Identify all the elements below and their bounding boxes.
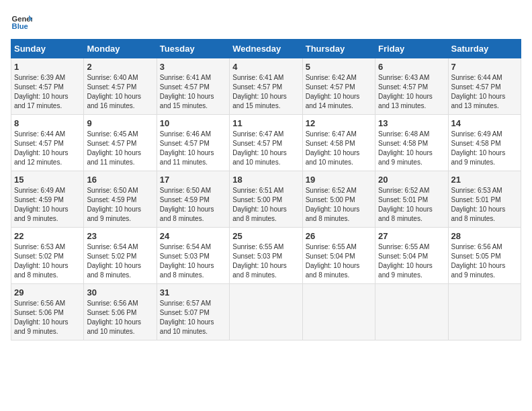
calendar-table: SundayMondayTuesdayWednesdayThursdayFrid… (11, 39, 521, 340)
calendar-day-23: 23 Sunrise: 6:54 AM Sunset: 5:02 PM Dayl… (84, 228, 157, 284)
day-number: 17 (160, 175, 226, 185)
calendar-day-8: 8 Sunrise: 6:44 AM Sunset: 4:57 PM Dayli… (11, 115, 84, 171)
calendar-day-28: 28 Sunrise: 6:56 AM Sunset: 5:05 PM Dayl… (448, 228, 521, 284)
day-number: 2 (87, 62, 153, 72)
calendar-day-10: 10 Sunrise: 6:46 AM Sunset: 4:57 PM Dayl… (157, 115, 229, 171)
day-info: Sunrise: 6:43 AM Sunset: 4:57 PM Dayligh… (378, 73, 445, 111)
day-info: Sunrise: 6:49 AM Sunset: 4:59 PM Dayligh… (14, 186, 81, 224)
day-info: Sunrise: 6:57 AM Sunset: 5:07 PM Dayligh… (160, 299, 226, 336)
calendar-day-1: 1 Sunrise: 6:39 AM Sunset: 4:57 PM Dayli… (11, 58, 84, 115)
day-number: 6 (378, 62, 445, 72)
day-number: 25 (232, 231, 299, 241)
day-number: 20 (378, 175, 445, 185)
day-info: Sunrise: 6:48 AM Sunset: 4:58 PM Dayligh… (378, 130, 445, 167)
calendar-day-12: 12 Sunrise: 6:47 AM Sunset: 4:58 PM Dayl… (302, 115, 375, 171)
calendar-day-25: 25 Sunrise: 6:55 AM Sunset: 5:03 PM Dayl… (230, 228, 302, 284)
day-number: 22 (14, 231, 81, 241)
calendar-day-13: 13 Sunrise: 6:48 AM Sunset: 4:58 PM Dayl… (375, 115, 448, 171)
day-info: Sunrise: 6:54 AM Sunset: 5:03 PM Dayligh… (160, 242, 226, 280)
day-number: 12 (306, 118, 372, 128)
calendar-day-19: 19 Sunrise: 6:52 AM Sunset: 5:00 PM Dayl… (302, 171, 375, 228)
day-info: Sunrise: 6:45 AM Sunset: 4:57 PM Dayligh… (87, 130, 153, 167)
day-number: 11 (232, 118, 299, 128)
calendar-day-15: 15 Sunrise: 6:49 AM Sunset: 4:59 PM Dayl… (11, 171, 84, 228)
day-number: 4 (232, 62, 299, 72)
day-info: Sunrise: 6:44 AM Sunset: 4:57 PM Dayligh… (14, 130, 81, 167)
day-number: 5 (306, 62, 372, 72)
day-number: 16 (87, 175, 153, 185)
day-info: Sunrise: 6:54 AM Sunset: 5:02 PM Dayligh… (87, 242, 153, 280)
calendar-empty (448, 284, 521, 340)
day-number: 19 (306, 175, 372, 185)
logo: General Blue (11, 11, 35, 32)
day-info: Sunrise: 6:56 AM Sunset: 5:05 PM Dayligh… (451, 242, 518, 280)
header-monday: Monday (84, 40, 157, 58)
calendar-day-26: 26 Sunrise: 6:55 AM Sunset: 5:04 PM Dayl… (302, 228, 375, 284)
calendar-day-29: 29 Sunrise: 6:56 AM Sunset: 5:06 PM Dayl… (11, 284, 84, 340)
day-info: Sunrise: 6:39 AM Sunset: 4:57 PM Dayligh… (14, 73, 81, 111)
day-number: 10 (160, 118, 226, 128)
day-info: Sunrise: 6:41 AM Sunset: 4:57 PM Dayligh… (160, 73, 226, 111)
calendar-week-5: 29 Sunrise: 6:56 AM Sunset: 5:06 PM Dayl… (11, 284, 521, 340)
day-number: 8 (14, 118, 81, 128)
header-friday: Friday (375, 40, 448, 58)
day-info: Sunrise: 6:53 AM Sunset: 5:01 PM Dayligh… (451, 186, 518, 224)
day-number: 29 (14, 287, 81, 298)
header-tuesday: Tuesday (157, 40, 229, 58)
svg-text:Blue: Blue (12, 22, 28, 30)
day-info: Sunrise: 6:52 AM Sunset: 5:00 PM Dayligh… (306, 186, 372, 224)
calendar-day-14: 14 Sunrise: 6:49 AM Sunset: 4:58 PM Dayl… (448, 115, 521, 171)
day-number: 13 (378, 118, 445, 128)
day-number: 15 (14, 175, 81, 185)
day-number: 31 (160, 287, 226, 298)
day-info: Sunrise: 6:42 AM Sunset: 4:57 PM Dayligh… (306, 73, 372, 111)
calendar-week-3: 15 Sunrise: 6:49 AM Sunset: 4:59 PM Dayl… (11, 171, 521, 228)
header-thursday: Thursday (302, 40, 375, 58)
calendar-day-2: 2 Sunrise: 6:40 AM Sunset: 4:57 PM Dayli… (84, 58, 157, 115)
day-info: Sunrise: 6:53 AM Sunset: 5:02 PM Dayligh… (14, 242, 81, 280)
calendar-empty (375, 284, 448, 340)
page-header: General Blue (11, 11, 521, 32)
day-info: Sunrise: 6:44 AM Sunset: 4:57 PM Dayligh… (451, 73, 518, 111)
calendar-day-3: 3 Sunrise: 6:41 AM Sunset: 4:57 PM Dayli… (157, 58, 229, 115)
day-info: Sunrise: 6:41 AM Sunset: 4:57 PM Dayligh… (232, 73, 299, 111)
day-info: Sunrise: 6:50 AM Sunset: 4:59 PM Dayligh… (160, 186, 226, 224)
day-number: 26 (306, 231, 372, 241)
day-number: 21 (451, 175, 518, 185)
day-number: 9 (87, 118, 153, 128)
day-info: Sunrise: 6:55 AM Sunset: 5:03 PM Dayligh… (232, 242, 299, 280)
calendar-day-6: 6 Sunrise: 6:43 AM Sunset: 4:57 PM Dayli… (375, 58, 448, 115)
calendar-day-17: 17 Sunrise: 6:50 AM Sunset: 4:59 PM Dayl… (157, 171, 229, 228)
calendar-day-5: 5 Sunrise: 6:42 AM Sunset: 4:57 PM Dayli… (302, 58, 375, 115)
calendar-day-21: 21 Sunrise: 6:53 AM Sunset: 5:01 PM Dayl… (448, 171, 521, 228)
calendar-day-22: 22 Sunrise: 6:53 AM Sunset: 5:02 PM Dayl… (11, 228, 84, 284)
day-info: Sunrise: 6:50 AM Sunset: 4:59 PM Dayligh… (87, 186, 153, 224)
calendar-week-1: 1 Sunrise: 6:39 AM Sunset: 4:57 PM Dayli… (11, 58, 521, 115)
calendar-day-16: 16 Sunrise: 6:50 AM Sunset: 4:59 PM Dayl… (84, 171, 157, 228)
day-number: 30 (87, 287, 153, 298)
day-number: 18 (232, 175, 299, 185)
calendar-empty (302, 284, 375, 340)
day-info: Sunrise: 6:52 AM Sunset: 5:01 PM Dayligh… (378, 186, 445, 224)
calendar-day-27: 27 Sunrise: 6:55 AM Sunset: 5:04 PM Dayl… (375, 228, 448, 284)
day-number: 7 (451, 62, 518, 72)
calendar-week-4: 22 Sunrise: 6:53 AM Sunset: 5:02 PM Dayl… (11, 228, 521, 284)
day-number: 27 (378, 231, 445, 241)
day-number: 1 (14, 62, 81, 72)
calendar-day-7: 7 Sunrise: 6:44 AM Sunset: 4:57 PM Dayli… (448, 58, 521, 115)
calendar-day-9: 9 Sunrise: 6:45 AM Sunset: 4:57 PM Dayli… (84, 115, 157, 171)
day-info: Sunrise: 6:46 AM Sunset: 4:57 PM Dayligh… (160, 130, 226, 167)
day-number: 28 (451, 231, 518, 241)
day-info: Sunrise: 6:47 AM Sunset: 4:58 PM Dayligh… (306, 130, 372, 167)
calendar-day-11: 11 Sunrise: 6:47 AM Sunset: 4:57 PM Dayl… (230, 115, 302, 171)
header-wednesday: Wednesday (230, 40, 302, 58)
day-info: Sunrise: 6:55 AM Sunset: 5:04 PM Dayligh… (306, 242, 372, 280)
calendar-empty (230, 284, 302, 340)
calendar-day-24: 24 Sunrise: 6:54 AM Sunset: 5:03 PM Dayl… (157, 228, 229, 284)
calendar-day-30: 30 Sunrise: 6:56 AM Sunset: 5:06 PM Dayl… (84, 284, 157, 340)
day-info: Sunrise: 6:47 AM Sunset: 4:57 PM Dayligh… (232, 130, 299, 167)
day-info: Sunrise: 6:56 AM Sunset: 5:06 PM Dayligh… (87, 299, 153, 336)
day-number: 14 (451, 118, 518, 128)
header-sunday: Sunday (11, 40, 84, 58)
calendar-header-row: SundayMondayTuesdayWednesdayThursdayFrid… (11, 40, 521, 58)
